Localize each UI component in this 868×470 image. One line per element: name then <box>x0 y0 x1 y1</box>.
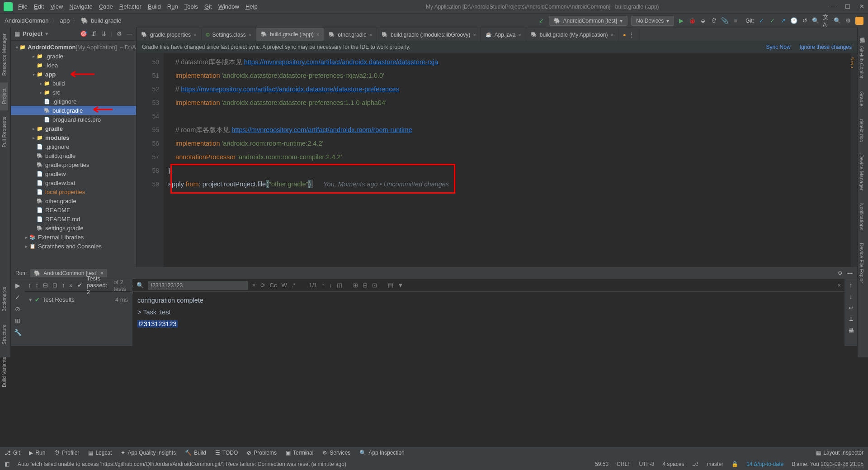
encoding[interactable]: UTF-8 <box>639 461 654 467</box>
bottom-tool-git[interactable]: ⎇Git <box>5 450 20 456</box>
tree-node[interactable]: ▸📁build <box>11 79 136 88</box>
rail-copilot[interactable]: GitHub Copilot <box>858 40 866 85</box>
sort-icon[interactable]: ↕ <box>36 282 39 289</box>
tree-node[interactable]: 📄proguard-rules.pro <box>11 115 136 124</box>
project-header-title[interactable]: Project <box>23 30 42 37</box>
test-result-row[interactable]: ▾ ✔ Test Results 4 ms <box>29 294 128 304</box>
translate-icon[interactable]: 文A <box>823 17 830 24</box>
tree-node[interactable]: ▾📁app <box>11 70 136 79</box>
devices-dropdown[interactable]: No Devices ▾ <box>631 16 674 26</box>
maximize-icon[interactable]: ☐ <box>845 3 850 10</box>
tree-node[interactable]: 📄gradlew <box>11 169 136 178</box>
wrench-icon[interactable]: 🔧 <box>14 329 22 336</box>
close-icon[interactable]: × <box>252 282 256 289</box>
breadcrumb-item[interactable]: build.gradle <box>91 17 121 24</box>
menu-build[interactable]: Build <box>148 3 161 10</box>
filter-icon-1[interactable]: ⊞ <box>353 282 358 289</box>
close-icon[interactable]: × <box>193 32 196 38</box>
run-icon[interactable]: ▶ <box>678 17 685 24</box>
rail-bookmarks[interactable]: Bookmarks <box>0 280 8 318</box>
indent[interactable]: 4 spaces <box>662 461 684 467</box>
breadcrumb-item[interactable]: app <box>60 17 70 24</box>
menu-edit[interactable]: Edit <box>34 3 44 10</box>
tree-node[interactable]: 🐘other.gradle <box>11 196 136 205</box>
rail-build-variants[interactable]: Build Variants <box>0 351 8 394</box>
gear-icon[interactable]: ⚙ <box>838 270 843 276</box>
tree-node[interactable]: 🐘build.gradle <box>11 106 136 115</box>
line-ending[interactable]: CRLF <box>617 461 631 467</box>
status-icon[interactable]: ◧ <box>5 461 9 467</box>
bottom-tool-terminal[interactable]: ▣Terminal <box>286 450 313 456</box>
avatar-icon[interactable] <box>855 17 863 25</box>
editor-tab[interactable]: 🐘other.gradle× <box>324 28 377 42</box>
ignore-changes-link[interactable]: Ignore these changes <box>800 44 852 50</box>
scroll-icon[interactable]: ⇊ <box>849 316 854 323</box>
sync-now-link[interactable]: Sync Now <box>766 44 791 50</box>
up-icon[interactable]: ↑ <box>62 282 65 289</box>
collapse-icon[interactable]: ⇊ <box>101 30 106 37</box>
menu-window[interactable]: Window <box>218 3 239 10</box>
menu-tools[interactable]: Tools <box>184 3 198 10</box>
filter-icon-3[interactable]: ⊡ <box>372 282 377 289</box>
warning-indicator-icon[interactable]: ⚠ 3 ^ <box>851 56 856 71</box>
bottom-tool-todo[interactable]: ☰TODO <box>215 450 238 456</box>
tree-node[interactable]: ▸📁.gradle <box>11 52 136 61</box>
tree-node[interactable]: 📄.gitignore <box>11 142 136 151</box>
bottom-tool-problems[interactable]: ⊘Problems <box>247 450 277 456</box>
case-icon[interactable]: Cc <box>270 282 277 289</box>
minimize-icon[interactable]: — <box>830 3 836 10</box>
search-icon[interactable]: 🔍 <box>812 17 819 24</box>
toggle-icon[interactable]: ✓ <box>15 294 20 301</box>
bottom-tool-profiler[interactable]: ⏱Profiler <box>54 450 79 456</box>
bottom-tool-logcat[interactable]: ▤Logcat <box>88 450 112 456</box>
bottom-tool-run[interactable]: ▶Run <box>29 450 45 456</box>
rail-detekt[interactable]: detekt doc <box>858 113 866 148</box>
tree-node[interactable]: 📄.gitignore <box>11 97 136 106</box>
expand-icon[interactable]: ⇵ <box>92 30 97 37</box>
console-search-input[interactable] <box>148 281 248 290</box>
branch-name[interactable]: master <box>707 461 723 467</box>
tree-node[interactable]: 🐘settings.gradle <box>11 223 136 233</box>
console-output[interactable]: configuration complete > Task :test !231… <box>133 292 844 346</box>
expand-all-icon[interactable]: ⊟ <box>43 282 48 289</box>
filter-funnel-icon[interactable]: ▤ <box>388 282 393 289</box>
menu-navigate[interactable]: Navigate <box>69 3 92 10</box>
rerun-icon[interactable]: ▶ <box>15 282 20 289</box>
close-icon[interactable]: × <box>316 32 319 37</box>
rail-pull-requests[interactable]: Pull Requests <box>0 110 8 154</box>
sync-arrow-icon[interactable]: ↙ <box>538 17 545 24</box>
bottom-tool-app-quality-insights[interactable]: ✦App Quality Insights <box>121 450 176 456</box>
bottom-tool-services[interactable]: ⚙Services <box>322 450 350 456</box>
debug-icon[interactable]: 🐞 <box>689 17 696 24</box>
tree-node[interactable]: ▸📁src <box>11 88 136 97</box>
close-window-icon[interactable]: ✕ <box>859 3 864 10</box>
coverage-icon[interactable]: ⬙ <box>699 17 707 24</box>
tree-root[interactable]: ▾📁AndroidCommon [My Application] ~ D:\A <box>11 43 136 52</box>
regex2-icon[interactable]: .* <box>292 282 296 289</box>
print-icon[interactable]: 🖶 <box>848 327 854 334</box>
more-icon[interactable]: » <box>70 282 73 289</box>
editor-tab[interactable]: 🐘build.gradle (My Application)× <box>526 28 618 42</box>
sort-icon[interactable]: ↕ <box>28 282 31 289</box>
bottom-tool-app-inspection[interactable]: 🔍App Inspection <box>359 450 404 456</box>
attach-icon[interactable]: 📎 <box>721 17 728 24</box>
tabs-more[interactable]: ● ⋮ <box>618 28 639 42</box>
select-icon[interactable]: ◫ <box>337 282 342 289</box>
settings-icon[interactable]: ⚙ <box>844 17 852 24</box>
menu-help[interactable]: Help <box>245 3 258 10</box>
breadcrumb-item[interactable]: AndroidCommon <box>5 17 49 24</box>
next-match-icon[interactable]: ↓ <box>329 282 332 289</box>
close-icon[interactable]: × <box>611 32 613 38</box>
tree-node[interactable]: ▸📁gradle <box>11 124 136 133</box>
code-content[interactable]: // datastore库各版本见 https://mvnrepository.… <box>164 53 857 267</box>
editor-tab[interactable]: 🐘build.gradle (:app)× <box>256 28 324 42</box>
rail-code-search[interactable]: 代码文档搜索 <box>858 27 867 40</box>
lock-icon[interactable]: 🔒 <box>731 461 738 467</box>
menu-code[interactable]: Code <box>99 3 113 10</box>
tree-node[interactable]: 📄README <box>11 205 136 214</box>
tree-node[interactable]: 📄README.md <box>11 214 136 223</box>
bottom-tool-layout-inspector[interactable]: ▦Layout Inspector <box>816 450 863 456</box>
hide-icon[interactable]: — <box>127 30 132 37</box>
tree-node[interactable]: 📄local.properties <box>11 187 136 196</box>
history-icon[interactable]: 🕐 <box>790 17 797 24</box>
